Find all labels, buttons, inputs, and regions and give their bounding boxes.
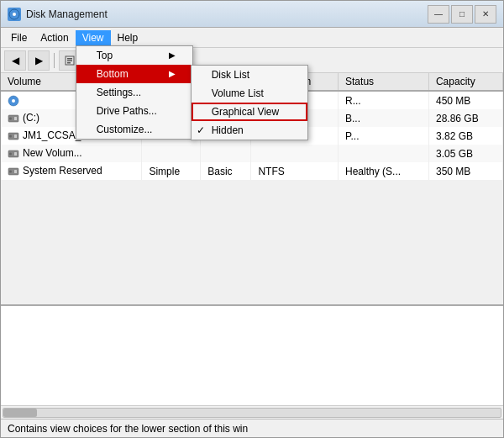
svg-point-7 (12, 99, 15, 103)
check-icon: ✓ (197, 124, 205, 136)
col-status: Status (339, 73, 429, 91)
scrollbar-thumb[interactable] (3, 409, 37, 417)
submenu-volume-list[interactable]: Volume List (192, 84, 307, 103)
svg-rect-15 (14, 152, 17, 156)
svg-rect-9 (14, 117, 17, 120)
svg-point-13 (9, 135, 12, 138)
cell-status: Healthy (S... (339, 162, 429, 180)
svg-point-16 (9, 153, 12, 156)
menu-drive-paths[interactable]: Drive Paths... (76, 102, 192, 120)
view-dropdown: Top ▶ Bottom ▶ Disk List Volume List (76, 45, 193, 140)
back-button[interactable]: ◀ (4, 50, 26, 71)
submenu-graphical-view[interactable]: Graphical View (192, 103, 307, 121)
graphical-area (1, 304, 503, 405)
submenu-disk-list[interactable]: Disk List (192, 66, 307, 84)
table-row[interactable]: New Volum...3.05 GB (1, 145, 503, 162)
bottom-submenu: Disk List Volume List Graphical View ✓ H… (191, 65, 308, 140)
cell-status: R... (339, 91, 429, 109)
cell-capacity: 450 MB (428, 91, 502, 109)
toolbar-separator (54, 53, 55, 68)
horizontal-scrollbar[interactable] (1, 405, 503, 419)
hdd-icon (8, 148, 19, 158)
volume-name: New Volum... (23, 147, 82, 159)
cell-status (339, 145, 429, 162)
close-button[interactable]: ✕ (475, 5, 496, 24)
svg-rect-3 (67, 58, 72, 60)
svg-point-10 (9, 118, 12, 120)
volume-name: System Reserved (23, 165, 102, 177)
cell-layout: Simple (142, 162, 201, 180)
forward-button[interactable]: ▶ (28, 50, 50, 71)
cell-volume: New Volum... (1, 145, 142, 162)
cell-capacity: 3.05 GB (428, 145, 502, 162)
hdd-icon (8, 113, 19, 123)
menu-bottom[interactable]: Bottom ▶ Disk List Volume List Graphical… (76, 65, 192, 83)
cell-status: B... (339, 109, 429, 127)
menu-bar: File Action View Top ▶ Bottom ▶ Disk Lis… (1, 28, 503, 48)
cell-capacity: 3.82 GB (428, 127, 502, 145)
scrollbar-track[interactable] (3, 408, 501, 418)
volume-name: (C:) (23, 112, 39, 124)
status-bar: Contains view choices for the lower sect… (1, 419, 503, 437)
maximize-button[interactable]: □ (451, 5, 473, 24)
menu-file[interactable]: File (4, 30, 34, 45)
cell-layout (142, 145, 201, 162)
arrow-icon: ▶ (169, 50, 176, 60)
svg-point-1 (13, 13, 16, 16)
cell-type: Basic (201, 162, 251, 180)
status-text: Contains view choices for the lower sect… (8, 423, 248, 435)
svg-point-19 (9, 171, 12, 173)
menu-settings[interactable]: Settings... (76, 83, 192, 102)
cell-capacity: 28.86 GB (428, 109, 502, 127)
main-window: Disk Management — □ ✕ File Action View T… (0, 0, 504, 438)
cell-volume: System Reserved (1, 162, 142, 180)
cell-capacity: 350 MB (428, 162, 502, 180)
cell-status: P... (339, 127, 429, 145)
svg-rect-5 (67, 62, 71, 64)
hdd-icon (8, 130, 19, 140)
menu-view[interactable]: View Top ▶ Bottom ▶ Disk List (76, 30, 111, 45)
hdd-icon (8, 166, 19, 176)
window-controls: — □ ✕ (428, 5, 496, 24)
cd-icon (8, 95, 19, 105)
menu-action[interactable]: Action (34, 30, 75, 45)
menu-top[interactable]: Top ▶ (76, 46, 192, 65)
svg-rect-18 (14, 170, 17, 173)
title-bar: Disk Management — □ ✕ (1, 1, 503, 28)
minimize-button[interactable]: — (428, 5, 449, 24)
cell-fs (251, 145, 339, 162)
menu-help[interactable]: Help (111, 30, 145, 45)
arrow-icon-bottom: ▶ (169, 69, 176, 78)
cell-type (201, 145, 251, 162)
submenu-hidden[interactable]: ✓ Hidden (192, 121, 307, 140)
col-capacity: Capacity (428, 73, 502, 91)
cell-fs: NTFS (251, 162, 339, 180)
app-icon (8, 8, 21, 21)
menu-customize[interactable]: Customize... (76, 120, 192, 139)
svg-rect-4 (67, 60, 72, 61)
table-row[interactable]: System ReservedSimpleBasicNTFSHealthy (S… (1, 162, 503, 180)
svg-rect-12 (14, 135, 17, 138)
window-title: Disk Management (26, 8, 428, 20)
